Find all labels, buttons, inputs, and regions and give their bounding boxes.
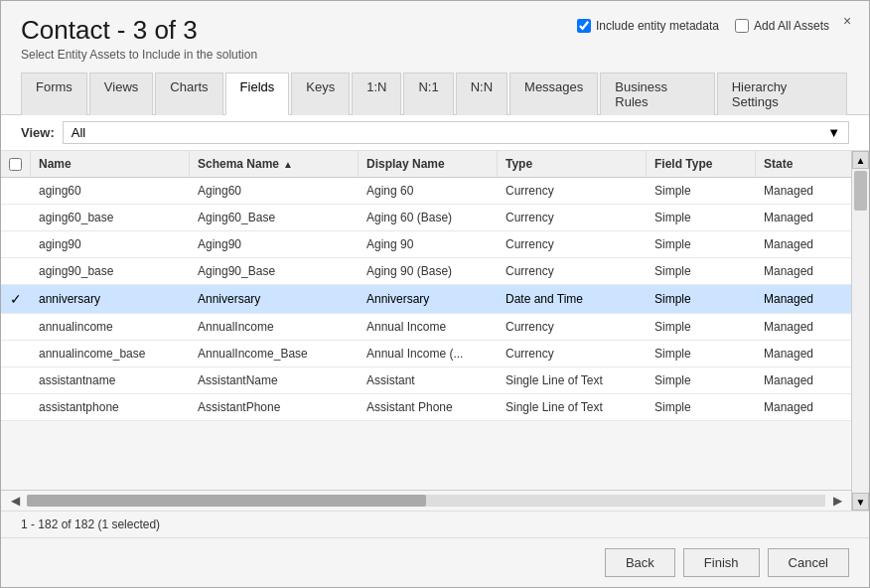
row-type: Single Line of Text: [498, 368, 647, 393]
row-check: [1, 341, 31, 367]
view-bar: View: All ▼: [1, 115, 869, 151]
row-schema-name: AnnualIncome: [190, 314, 359, 340]
hscrollbar-thumb[interactable]: [27, 495, 426, 507]
scroll-up-button[interactable]: ▲: [852, 151, 869, 169]
include-metadata-label: Include entity metadata: [596, 19, 719, 33]
table-row[interactable]: assistantname AssistantName Assistant Si…: [1, 368, 851, 394]
back-button[interactable]: Back: [605, 548, 675, 577]
row-field-type: Simple: [647, 258, 756, 284]
tab-forms[interactable]: Forms: [21, 73, 87, 115]
row-schema-name: AssistantName: [190, 368, 359, 393]
row-schema-name: Anniversary: [190, 285, 359, 313]
footer: Back Finish Cancel: [1, 537, 869, 587]
row-name: assistantphone: [31, 394, 190, 420]
row-schema-name: Aging60: [190, 178, 359, 204]
view-select[interactable]: All ▼: [63, 121, 849, 144]
dialog: × Contact - 3 of 3 Select Entity Assets …: [0, 0, 870, 588]
table-row-selected[interactable]: ✓ anniversary Anniversary Anniversary Da…: [1, 285, 851, 314]
scroll-left-button[interactable]: ◀: [5, 493, 25, 509]
status-bar: 1 - 182 of 182 (1 selected): [1, 511, 869, 537]
tab-charts[interactable]: Charts: [155, 73, 222, 115]
scroll-down-button[interactable]: ▼: [852, 493, 869, 511]
tab-fields[interactable]: Fields: [225, 73, 290, 115]
add-all-assets-checkbox-label[interactable]: Add All Assets: [735, 19, 829, 33]
row-field-type: Simple: [647, 231, 756, 257]
table-row[interactable]: aging60_base Aging60_Base Aging 60 (Base…: [1, 205, 851, 231]
row-name: assistantname: [31, 368, 190, 393]
tab-business-rules[interactable]: Business Rules: [600, 73, 714, 115]
row-display-name: Anniversary: [359, 285, 498, 313]
table-row[interactable]: aging90_base Aging90_Base Aging 90 (Base…: [1, 258, 851, 285]
close-button[interactable]: ×: [837, 11, 857, 31]
table-row[interactable]: aging60 Aging60 Aging 60 Currency Simple…: [1, 178, 851, 205]
row-field-type: Simple: [647, 178, 756, 204]
row-state: Managed: [756, 258, 851, 284]
tab-keys[interactable]: Keys: [291, 73, 350, 115]
row-name: annualincome_base: [31, 341, 190, 367]
row-display-name: Aging 90 (Base): [359, 258, 498, 284]
row-type: Currency: [498, 231, 647, 257]
row-schema-name: AnnualIncome_Base: [190, 341, 359, 367]
sort-arrow-icon: ▲: [283, 159, 293, 170]
row-check: [1, 368, 31, 393]
table-row[interactable]: assistantphone AssistantPhone Assistant …: [1, 394, 851, 421]
row-name: anniversary: [31, 285, 190, 313]
include-metadata-checkbox-label[interactable]: Include entity metadata: [577, 19, 719, 33]
row-field-type: Simple: [647, 205, 756, 230]
row-state: Managed: [756, 205, 851, 230]
row-state: Managed: [756, 368, 851, 393]
row-check: [1, 258, 31, 284]
title-bar: × Contact - 3 of 3 Select Entity Assets …: [1, 1, 869, 72]
vertical-scrollbar[interactable]: ▲ ▼: [851, 151, 869, 511]
row-state: Managed: [756, 285, 851, 313]
table-scroll: Name Schema Name ▲ Display Name Type Fie…: [1, 151, 851, 511]
row-check: [1, 314, 31, 340]
hscrollbar-track[interactable]: [27, 495, 825, 507]
table-row[interactable]: aging90 Aging90 Aging 90 Currency Simple…: [1, 231, 851, 258]
finish-button[interactable]: Finish: [683, 548, 760, 577]
tab-1n[interactable]: 1:N: [352, 73, 401, 115]
horizontal-scrollbar[interactable]: ◀ ▶: [1, 490, 851, 511]
checkmark-icon: ✓: [10, 291, 22, 307]
scroll-right-button[interactable]: ▶: [827, 493, 847, 509]
row-schema-name: Aging60_Base: [190, 205, 359, 230]
row-type: Currency: [498, 314, 647, 340]
row-field-type: Simple: [647, 368, 756, 393]
tab-hierarchy-settings[interactable]: Hierarchy Settings: [717, 73, 847, 115]
row-display-name: Aging 60: [359, 178, 498, 204]
row-field-type: Simple: [647, 341, 756, 367]
row-state: Managed: [756, 314, 851, 340]
table-row[interactable]: annualincome_base AnnualIncome_Base Annu…: [1, 341, 851, 368]
header-name: Name: [31, 151, 190, 177]
row-name: aging90_base: [31, 258, 190, 284]
tab-messages[interactable]: Messages: [509, 73, 598, 115]
row-schema-name: Aging90_Base: [190, 258, 359, 284]
row-display-name: Assistant: [359, 368, 498, 393]
row-type: Currency: [498, 341, 647, 367]
row-display-name: Assistant Phone: [359, 394, 498, 420]
table-row[interactable]: annualincome AnnualIncome Annual Income …: [1, 314, 851, 341]
row-check: [1, 178, 31, 204]
tab-n1[interactable]: N:1: [403, 73, 453, 115]
select-all-checkbox[interactable]: [9, 158, 22, 171]
cancel-button[interactable]: Cancel: [768, 548, 849, 577]
row-display-name: Annual Income: [359, 314, 498, 340]
header-field-type: Field Type: [647, 151, 756, 177]
row-name: aging60_base: [31, 205, 190, 230]
vscrollbar-thumb[interactable]: [854, 171, 867, 211]
row-field-type: Simple: [647, 314, 756, 340]
table-container: Name Schema Name ▲ Display Name Type Fie…: [1, 151, 869, 511]
view-label: View:: [21, 125, 55, 140]
tabs-bar: Forms Views Charts Fields Keys 1:N N:1 N…: [1, 72, 869, 115]
row-check: [1, 231, 31, 257]
tab-views[interactable]: Views: [89, 73, 153, 115]
row-type: Currency: [498, 258, 647, 284]
view-value: All: [72, 125, 85, 140]
tab-nn[interactable]: N:N: [456, 73, 508, 115]
add-all-assets-label: Add All Assets: [754, 19, 829, 33]
row-display-name: Aging 60 (Base): [359, 205, 498, 230]
row-field-type: Simple: [647, 394, 756, 420]
header-schema-name[interactable]: Schema Name ▲: [190, 151, 359, 177]
include-metadata-checkbox[interactable]: [577, 19, 591, 33]
add-all-assets-checkbox[interactable]: [735, 19, 749, 33]
